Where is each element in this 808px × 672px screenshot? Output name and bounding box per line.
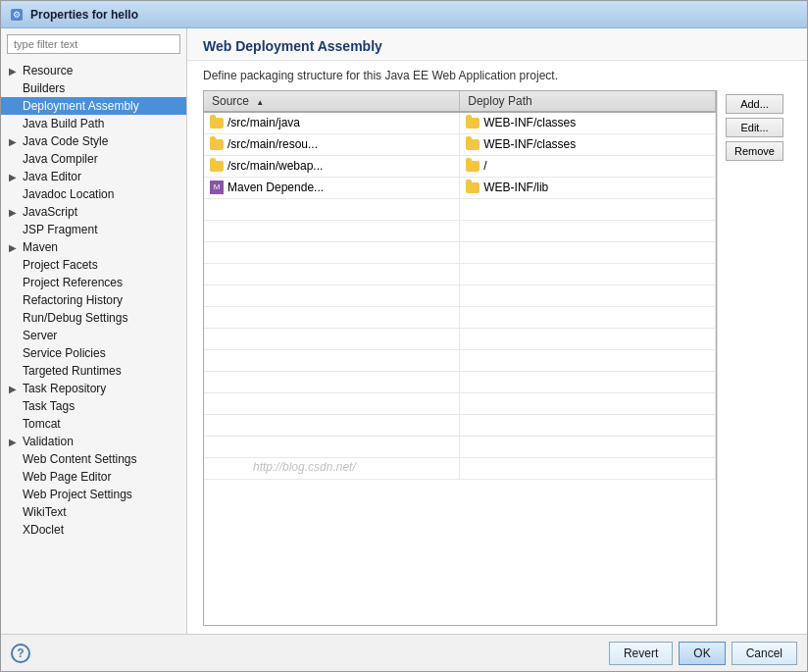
source-cell: /src/main/webap...: [204, 155, 460, 177]
sidebar-item-label: Targeted Runtimes: [23, 364, 122, 378]
sidebar-item-label: Javadoc Location: [23, 187, 114, 201]
sidebar-item-label: Task Tags: [23, 399, 75, 413]
sidebar-item-label: Project Facets: [23, 258, 98, 272]
sidebar-item-targeted-runtimes[interactable]: Targeted Runtimes: [1, 362, 186, 380]
sidebar-item-javascript[interactable]: ▶ JavaScript: [1, 203, 186, 221]
table-row-empty: [204, 392, 716, 414]
sidebar-item-project-references[interactable]: Project References: [1, 274, 186, 291]
filter-input[interactable]: [7, 34, 180, 54]
maven-icon: M: [210, 181, 224, 194]
sidebar-item-service-policies[interactable]: Service Policies: [1, 344, 186, 362]
ok-button[interactable]: OK: [679, 642, 725, 665]
sidebar-item-label: Web Content Settings: [23, 452, 137, 466]
sidebar-item-task-tags[interactable]: Task Tags: [1, 397, 186, 415]
folder-icon: [210, 139, 224, 150]
folder-icon: [466, 182, 480, 193]
sidebar-item-jsp-fragment[interactable]: JSP Fragment: [1, 221, 186, 238]
assembly-table: Source ▲ Deploy Path: [204, 91, 716, 480]
deploy-path: /: [483, 159, 486, 173]
sidebar-item-web-project-settings[interactable]: Web Project Settings: [1, 486, 186, 503]
sidebar-item-wikitext[interactable]: WikiText: [1, 503, 186, 521]
sidebar-item-java-compiler[interactable]: Java Compiler: [1, 150, 186, 168]
expand-icon: ▶: [9, 242, 21, 253]
table-row-empty: [204, 436, 716, 457]
table-row[interactable]: M Maven Depende... WEB-INF/lib: [204, 177, 716, 198]
sidebar-item-task-repository[interactable]: ▶ Task Repository: [1, 380, 186, 397]
sidebar-item-web-content-settings[interactable]: Web Content Settings: [1, 450, 186, 468]
table-row-empty: [204, 284, 716, 306]
main-panel: Web Deployment Assembly Define packaging…: [187, 28, 807, 634]
deploy-path: WEB-INF/classes: [483, 116, 576, 129]
table-row-empty: [204, 328, 716, 349]
panel-description: Define packaging structure for this Java…: [187, 61, 807, 90]
remove-button[interactable]: Remove: [726, 141, 783, 161]
sidebar-item-server[interactable]: Server: [1, 327, 186, 344]
help-button[interactable]: ?: [11, 644, 30, 663]
sidebar-item-label: XDoclet: [23, 523, 64, 537]
sidebar-item-builders[interactable]: Builders: [1, 79, 186, 97]
source-cell: M Maven Depende...: [204, 177, 460, 198]
table-row-empty: [204, 306, 716, 328]
table-row[interactable]: /src/main/java WEB-INF/classes: [204, 112, 716, 133]
window-icon: ⚙: [9, 7, 25, 23]
deploy-path: WEB-INF/lib: [483, 181, 548, 194]
sidebar-item-resource[interactable]: ▶ Resource: [1, 62, 186, 79]
add-button[interactable]: Add...: [726, 94, 783, 114]
sidebar-item-label: WikiText: [23, 505, 67, 519]
table-row-empty: http://blog.csdn.net/: [204, 457, 716, 479]
sidebar-item-java-build-path[interactable]: Java Build Path: [1, 115, 186, 132]
sidebar-item-label: Deployment Assembly: [23, 99, 139, 113]
sidebar-item-web-page-editor[interactable]: Web Page Editor: [1, 468, 186, 486]
revert-button[interactable]: Revert: [609, 642, 673, 665]
sidebar-item-java-editor[interactable]: ▶ Java Editor: [1, 168, 186, 185]
col-deploy: Deploy Path: [460, 91, 716, 112]
sidebar-item-label: Maven: [23, 240, 58, 254]
table-row[interactable]: /src/main/webap... /: [204, 155, 716, 177]
action-buttons: Add... Edit... Remove: [717, 90, 791, 626]
table-row-empty: [204, 371, 716, 392]
sidebar-item-label: Builders: [23, 81, 65, 95]
sidebar-item-tomcat[interactable]: Tomcat: [1, 415, 186, 433]
deployment-table: Source ▲ Deploy Path: [203, 90, 717, 626]
table-with-buttons: Source ▲ Deploy Path: [203, 90, 791, 626]
expand-icon: ▶: [9, 66, 21, 77]
watermark-text: http://blog.csdn.net/: [253, 460, 356, 474]
edit-button[interactable]: Edit...: [726, 118, 783, 137]
bottom-bar: ? Revert OK Cancel: [1, 634, 807, 671]
deploy-cell: WEB-INF/lib: [460, 177, 716, 198]
source-cell: /src/main/java: [204, 112, 460, 133]
folder-icon: [466, 139, 480, 150]
table-row-empty: [204, 220, 716, 241]
sidebar-item-label: Resource: [23, 64, 73, 78]
sidebar-item-xdoclet[interactable]: XDoclet: [1, 521, 186, 539]
window-title: Properties for hello: [30, 8, 138, 22]
sidebar-item-label: Project References: [23, 276, 123, 289]
table-row[interactable]: /src/main/resou... WEB-INF/classes: [204, 133, 716, 155]
folder-icon: [466, 161, 480, 172]
table-row-empty: [204, 349, 716, 371]
sidebar-item-project-facets[interactable]: Project Facets: [1, 256, 186, 274]
svg-text:⚙: ⚙: [13, 10, 21, 20]
sort-icon: ▲: [256, 98, 264, 107]
folder-icon: [210, 161, 224, 172]
sidebar-item-refactoring-history[interactable]: Refactoring History: [1, 291, 186, 309]
sidebar-item-label: Server: [23, 329, 57, 342]
sidebar-item-javadoc-location[interactable]: Javadoc Location: [1, 185, 186, 203]
sidebar-item-deployment-assembly[interactable]: Deployment Assembly: [1, 97, 186, 115]
expand-icon: ▶: [9, 384, 21, 394]
properties-dialog: ⚙ Properties for hello ▶ Resource Builde…: [0, 0, 808, 672]
sidebar-item-label: JSP Fragment: [23, 223, 97, 236]
cancel-button[interactable]: Cancel: [732, 642, 797, 665]
sidebar-item-label: Tomcat: [23, 417, 61, 431]
expand-icon: ▶: [9, 136, 21, 147]
sidebar-item-maven[interactable]: ▶ Maven: [1, 238, 186, 256]
source-path: /src/main/java: [227, 116, 300, 129]
sidebar-item-java-code-style[interactable]: ▶ Java Code Style: [1, 132, 186, 150]
table-row-empty: [204, 241, 716, 263]
deploy-cell: WEB-INF/classes: [460, 133, 716, 155]
sidebar-item-run-debug-settings[interactable]: Run/Debug Settings: [1, 309, 186, 327]
source-path: Maven Depende...: [227, 181, 324, 194]
sidebar-item-validation[interactable]: ▶ Validation: [1, 433, 186, 450]
sidebar-item-label: Task Repository: [23, 382, 106, 395]
sidebar-item-label: Web Project Settings: [23, 488, 132, 501]
